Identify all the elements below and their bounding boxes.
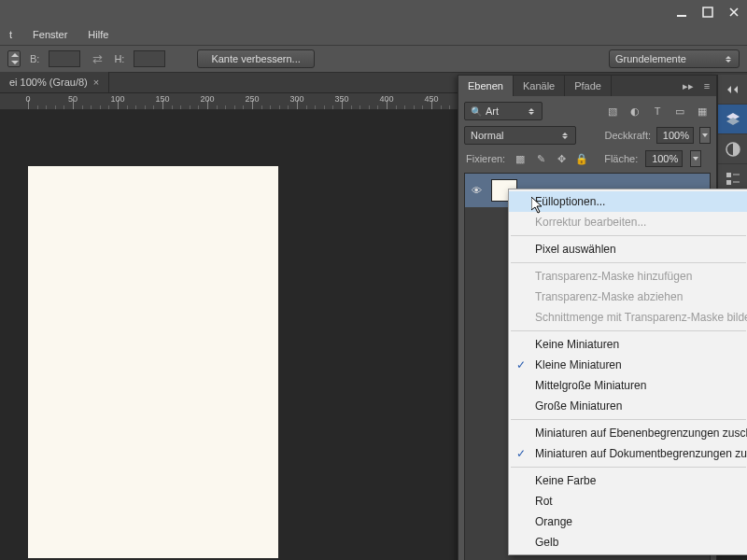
swap-icon[interactable]: ⇄ (90, 51, 105, 66)
titlebar (0, 0, 747, 24)
check-icon: ✓ (516, 447, 526, 460)
lock-position-icon[interactable]: ✥ (554, 151, 569, 166)
options-spinner[interactable] (7, 50, 21, 67)
context-menu-label: Fülloptionen... (535, 195, 605, 208)
search-icon: 🔍 (471, 106, 482, 117)
context-menu-item[interactable]: Keine Farbe (509, 470, 747, 491)
context-menu-item[interactable]: Fülloptionen... (509, 191, 747, 212)
document-tab[interactable]: ei 100% (Grau/8) × (0, 72, 109, 92)
maximize-button[interactable] (695, 0, 721, 24)
filter-smart-icon[interactable]: ▦ (694, 103, 711, 119)
chevron-updown-icon (724, 56, 733, 63)
context-menu-label: Mittelgroße Miniaturen (535, 379, 646, 392)
workspace-preset-dropdown[interactable]: Grundelemente (609, 49, 740, 68)
fill-field[interactable]: 100% (645, 150, 683, 167)
svg-rect-1 (703, 7, 712, 17)
fill-label: Fläche: (604, 153, 638, 164)
context-menu-item[interactable]: Gelb (509, 532, 747, 553)
context-menu-item: Korrektur bearbeiten... (509, 212, 747, 232)
context-menu-label: Miniaturen auf Dokumentbegrenzungen zusc… (535, 447, 747, 460)
context-menu-separator (511, 467, 746, 468)
context-menu-item[interactable]: Rot (509, 491, 747, 511)
context-menu-label: Schnittmenge mit Transparenz-Maske bilde… (535, 311, 747, 324)
menu-item-truncated[interactable]: t (6, 27, 16, 42)
context-menu-label: Gelb (535, 536, 558, 549)
svg-marker-5 (726, 118, 740, 125)
filter-adjust-icon[interactable]: ◐ (627, 103, 643, 119)
tab-kanaele[interactable]: Kanäle (514, 76, 565, 96)
context-menu-label: Orange (535, 515, 572, 528)
context-menu-separator (511, 419, 746, 420)
opacity-field[interactable]: 100% (656, 127, 694, 144)
context-menu-item[interactable]: Pixel auswählen (509, 239, 747, 259)
menu-item-fenster[interactable]: Fenster (29, 27, 71, 42)
height-field[interactable] (134, 50, 165, 67)
panel-menu-icon[interactable]: ≡ (698, 76, 716, 96)
context-menu-label: Keine Farbe (535, 474, 596, 487)
context-menu-label: Rot (535, 495, 553, 508)
context-menu-item[interactable]: Miniaturen auf Ebenenbegrenzungen zuschn… (509, 423, 747, 443)
lock-label: Fixieren: (466, 153, 505, 164)
ruler-tick-label: 250 (245, 94, 259, 104)
height-label: H: (114, 53, 124, 64)
filter-pixel-icon[interactable]: ▧ (604, 103, 621, 119)
workspace-preset-label: Grundelemente (615, 53, 686, 64)
tab-pfade[interactable]: Pfade (565, 76, 612, 96)
context-menu-item[interactable]: ✓Miniaturen auf Dokumentbegrenzungen zus… (509, 443, 747, 464)
context-menu-separator (511, 235, 746, 236)
filter-type-icon[interactable]: T (649, 103, 666, 119)
close-button[interactable] (721, 0, 747, 24)
context-menu-item[interactable]: Mittelgroße Miniaturen (509, 375, 747, 396)
ruler-tick-label: 400 (379, 94, 393, 104)
context-menu-label: Transparenz-Maske hinzufügen (535, 270, 692, 283)
ruler-tick-label: 150 (155, 94, 169, 104)
context-menu-separator (511, 330, 746, 331)
filter-shape-icon[interactable]: ▭ (671, 103, 688, 119)
context-menu-item[interactable]: Orange (509, 511, 747, 532)
context-menu-item: Schnittmenge mit Transparenz-Maske bilde… (509, 307, 747, 328)
menu-item-hilfe[interactable]: Hilfe (84, 27, 112, 42)
ruler-tick-label: 350 (334, 94, 348, 104)
lock-transparency-icon[interactable]: ▩ (513, 151, 528, 166)
context-menu-item[interactable]: Große Miniaturen (509, 396, 747, 416)
lock-brush-icon[interactable]: ✎ (533, 151, 548, 166)
context-menu-item[interactable]: Keine Miniaturen (509, 334, 747, 355)
minimize-button[interactable] (669, 0, 695, 24)
canvas[interactable] (28, 166, 278, 558)
tab-ebenen[interactable]: Ebenen (458, 76, 514, 96)
fill-caret[interactable] (690, 150, 701, 167)
context-menu-item: Transparenz-Maske hinzufügen (509, 266, 747, 287)
blend-mode-value: Normal (471, 130, 503, 141)
panel-tabs: Ebenen Kanäle Pfade ▸▸ ≡ (458, 76, 716, 96)
refine-edge-button[interactable]: Kante verbessern... (197, 49, 314, 68)
visibility-icon[interactable]: 👁 (469, 185, 484, 196)
adjustments-panel-icon[interactable] (718, 134, 747, 164)
right-dock (717, 75, 747, 194)
layer-context-menu: Fülloptionen...Korrektur bearbeiten...Pi… (508, 189, 747, 555)
svg-rect-7 (726, 173, 731, 177)
chevron-updown-icon (527, 108, 536, 115)
layer-filter-dropdown[interactable]: 🔍 Art (464, 102, 543, 120)
opacity-label: Deckkraft: (604, 130, 651, 141)
context-menu-label: Pixel auswählen (535, 243, 616, 256)
blend-mode-dropdown[interactable]: Normal (464, 126, 576, 145)
menubar: t Fenster Hilfe (0, 24, 747, 45)
panel-flyout-icon[interactable]: ▸▸ (679, 76, 698, 96)
panel-collapse-icon[interactable] (718, 75, 747, 105)
ruler-tick-label: 100 (110, 94, 124, 104)
close-icon[interactable]: × (93, 77, 99, 88)
layers-panel-icon[interactable] (718, 105, 747, 134)
layer-filter-label: Art (486, 105, 499, 117)
opacity-caret[interactable] (699, 127, 711, 144)
ruler-tick-label: 450 (424, 94, 438, 104)
check-icon: ✓ (516, 358, 526, 371)
context-menu-label: Große Miniaturen (535, 399, 622, 413)
ruler-tick-label: 0 (25, 94, 30, 104)
ruler-tick-label: 50 (68, 94, 78, 104)
context-menu-label: Kleine Miniaturen (535, 358, 622, 371)
width-field[interactable] (49, 50, 80, 67)
document-tab-title: ei 100% (Grau/8) (9, 77, 88, 88)
lock-all-icon[interactable]: 🔒 (574, 151, 589, 166)
context-menu-item[interactable]: ✓Kleine Miniaturen (509, 355, 747, 375)
context-menu-label: Korrektur bearbeiten... (535, 216, 646, 229)
